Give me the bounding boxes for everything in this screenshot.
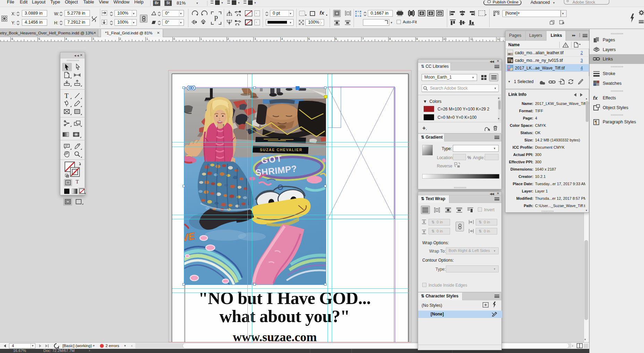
svg-text:T: T (65, 92, 69, 99)
svg-text:fx: fx (593, 95, 598, 101)
svg-text:¶: ¶ (595, 120, 597, 125)
svg-text:P: P (214, 15, 218, 22)
